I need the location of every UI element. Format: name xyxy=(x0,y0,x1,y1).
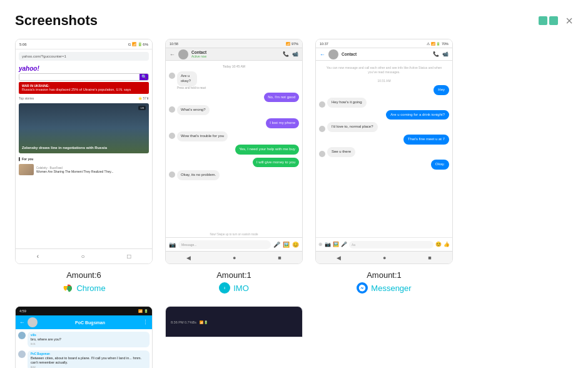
messenger-plus-icon[interactable]: ⊕ xyxy=(318,242,323,247)
chrome-icons: G 📶 🔋 6% xyxy=(128,42,148,46)
messenger-time-1: 10:31 AM xyxy=(319,79,449,83)
messenger-video-icon[interactable]: 📹 xyxy=(442,51,449,57)
imo-bubble-4: I lost my phone xyxy=(266,118,299,128)
imo-bubble-2: No, I'm not good xyxy=(264,93,299,103)
imo-nav-home[interactable]: ● xyxy=(233,255,236,261)
imo-camera-icon[interactable]: 📷 xyxy=(169,242,176,248)
imo-bubble-5: Wow that's trouble for you xyxy=(177,131,228,141)
partial-statusbar: 8:36 PM 0.7%Bs 📶 🔋 xyxy=(166,307,302,337)
view-list-btn[interactable] xyxy=(549,16,558,25)
messenger-emoji-icon[interactable]: 😊 xyxy=(435,242,442,247)
messenger-nav-home[interactable]: ● xyxy=(383,255,386,261)
imo-phone-icon[interactable]: 📞 xyxy=(283,51,289,57)
yahoo-search-button[interactable]: 🔍 xyxy=(139,73,148,81)
imo-bubble-6: Yes, I need your help with me buy xyxy=(235,145,299,155)
news-headline: Zelensky draws line in negotiations with… xyxy=(22,146,146,150)
messenger-like-icon[interactable]: 👍 xyxy=(444,242,450,247)
messenger-amount-label: Amount:1 xyxy=(367,270,402,280)
war-headline: Russia's invasion has displaced 25% of U… xyxy=(22,88,146,92)
screenshot-item-imo: 10:58 📶 97% ← Contact Active now 📞 📹 xyxy=(165,39,303,294)
messenger-msg-row-4: I'd love to, normal place? xyxy=(319,122,449,132)
partial-screenshot-frame[interactable]: 8:36 PM 0.7%Bs 📶 🔋 xyxy=(165,306,303,337)
messenger-input-field[interactable]: Aa xyxy=(349,241,433,248)
chrome-url: yahoo.com/?guccounter=1 xyxy=(22,54,66,58)
messenger-time: 10:37 xyxy=(320,42,328,46)
screenshot-frame-messenger[interactable]: 10:37 ⚠ 📶 🔋 70% ← Contact 📞 📹 You can no… xyxy=(315,39,453,264)
messenger-nav-bar: ◀ ● ■ xyxy=(316,251,452,263)
screenshot-item-chrome: 5:06 G 📶 🔋 6% yahoo.com/?guccounter=1 ya… xyxy=(15,39,153,294)
imo-app-label: i IMO xyxy=(219,282,249,294)
messenger-camera-icon[interactable]: 📷 xyxy=(325,242,331,247)
stories-count: ⭐ 57⬆ xyxy=(138,96,149,100)
skype-back-icon[interactable]: ← xyxy=(19,319,25,325)
imo-nav-bar: ◀ ● ■ xyxy=(166,251,302,263)
tabs-icon[interactable]: □ xyxy=(127,253,131,260)
back-icon[interactable]: ‹ xyxy=(37,253,39,260)
imo-sender-avatar-1 xyxy=(169,73,175,79)
chrome-app-label: Chrome xyxy=(62,282,105,294)
article-row: Celebrity · BuzzFeed Women Are Sharing T… xyxy=(19,164,149,175)
screenshot-frame-chrome[interactable]: 5:06 G 📶 🔋 6% yahoo.com/?guccounter=1 ya… xyxy=(15,39,153,264)
header-controls: × xyxy=(539,14,573,27)
chrome-bottom-bar: ‹ ○ □ xyxy=(16,248,152,263)
imo-swipe-hint: Now! Swipe up to turn on vanish mode xyxy=(166,232,302,237)
imo-app-icon: i xyxy=(219,282,230,294)
skype-statusbar: 4:59 📶 🔋 xyxy=(16,307,152,315)
messenger-phone-icon[interactable]: 📞 xyxy=(433,51,439,57)
messenger-back-icon[interactable]: ← xyxy=(320,51,325,58)
circle-icon[interactable]: ○ xyxy=(81,253,85,260)
imo-photo-icon[interactable]: 🖼️ xyxy=(283,242,290,248)
messenger-nav-recents[interactable]: ■ xyxy=(428,255,431,261)
imo-nav-back[interactable]: ◀ xyxy=(186,255,191,261)
messenger-nav-back[interactable]: ◀ xyxy=(337,255,341,261)
messenger-photo-icon[interactable]: 🖼️ xyxy=(333,242,339,247)
messenger-mic-icon[interactable]: 🎤 xyxy=(341,242,347,247)
chrome-app-name: Chrome xyxy=(76,284,105,293)
messenger-messages: 10:31 AM Hey Hey how's it going Are u co… xyxy=(316,76,452,172)
messenger-statusbar: 10:37 ⚠ 📶 🔋 70% xyxy=(316,39,452,48)
news-image-block: 1/8 Zelensky draws line in negotiations … xyxy=(19,103,149,153)
skype-messages: vilis bro, where are you? 8:01 PoC Bugsm… xyxy=(16,329,152,368)
for-you-text: For you xyxy=(22,157,33,161)
messenger-input-bar: ⊕ 📷 🖼️ 🎤 Aa 😊 👍 xyxy=(316,237,452,251)
messenger-screen: 10:37 ⚠ 📶 🔋 70% ← Contact 📞 📹 You can no… xyxy=(316,39,452,263)
yahoo-search-input[interactable] xyxy=(19,74,139,80)
skype-time: 4:59 xyxy=(19,309,26,313)
imo-time: 10:58 xyxy=(170,42,178,46)
page-title: Screenshots xyxy=(15,13,98,29)
imo-icons: 📶 97% xyxy=(286,42,298,46)
close-button[interactable]: × xyxy=(565,14,573,27)
imo-screen: 10:58 📶 97% ← Contact Active now 📞 📹 xyxy=(166,39,302,263)
partial-status-text: 8:36 PM 0.7%Bs xyxy=(171,320,196,324)
imo-msg-row-3: What's wrong? xyxy=(169,105,299,115)
skype-msg-1: bro, where are you? xyxy=(31,337,146,342)
imo-nav-recents[interactable]: ■ xyxy=(278,255,281,261)
imo-amount-text: Amount: xyxy=(216,270,246,280)
screenshot-frame-imo[interactable]: 10:58 📶 97% ← Contact Active now 📞 📹 xyxy=(165,39,303,264)
skype-msg-row-1: vilis bro, where are you? 8:01 xyxy=(18,332,150,347)
partial-icons: 📶 🔋 xyxy=(200,320,208,324)
messenger-contact-info: Contact xyxy=(342,52,430,56)
image-counter: 1/8 xyxy=(138,106,146,110)
article-headline: Women Are Sharing The Moment They Realiz… xyxy=(36,170,114,173)
page-container: Screenshots × 5:06 G 📶 🔋 6% yahoo.com/?g… xyxy=(0,0,588,368)
article-content: Celebrity · BuzzFeed Women Are Sharing T… xyxy=(36,166,114,173)
imo-emoji-icon[interactable]: 😊 xyxy=(292,242,299,248)
screenshot-frame-skype[interactable]: 4:59 📶 🔋 ← PoC Bugsman ⋮ xyxy=(15,306,153,368)
chrome-urlbar: yahoo.com/?guccounter=1 xyxy=(19,52,149,61)
view-toggle[interactable] xyxy=(539,16,558,25)
imo-bubble-7: I will give money to you xyxy=(253,158,299,168)
yahoo-search[interactable]: 🔍 xyxy=(19,73,149,81)
chrome-amount-count: 6 xyxy=(97,270,101,280)
imo-msg-row-1: Are u okay? Press and hold to react xyxy=(169,71,299,89)
screenshot-item-skype: 4:59 📶 🔋 ← PoC Bugsman ⋮ xyxy=(15,306,153,368)
imo-video-icon[interactable]: 📹 xyxy=(292,51,298,57)
imo-mic-icon[interactable]: 🎤 xyxy=(273,242,280,248)
skype-menu-icon[interactable]: ⋮ xyxy=(143,319,148,325)
imo-input-field[interactable]: Message... xyxy=(178,240,271,249)
imo-bottom: Now! Swipe up to turn on vanish mode 📷 M… xyxy=(166,232,302,263)
view-grid-btn[interactable] xyxy=(539,16,547,25)
imo-bubble-1: Are u okay? xyxy=(177,71,197,86)
imo-back-icon[interactable]: ← xyxy=(170,51,175,58)
war-banner: WAR IN UKRAINE: Russia's invasion has di… xyxy=(19,82,149,94)
